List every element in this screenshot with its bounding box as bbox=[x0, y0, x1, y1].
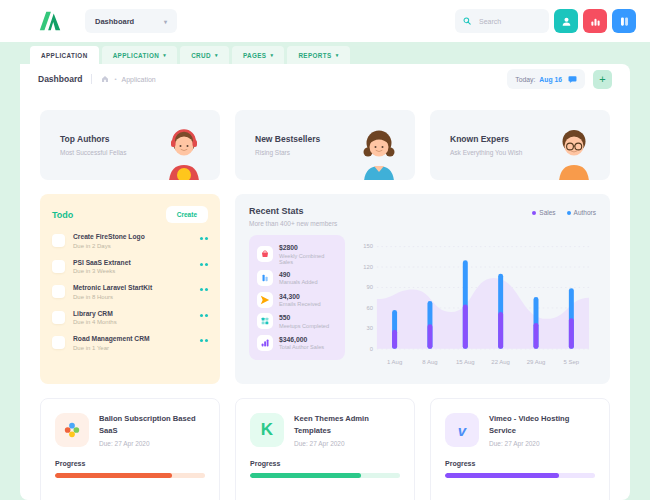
chart-legend: Sales Authors bbox=[532, 209, 596, 216]
svg-text:1 Aug: 1 Aug bbox=[387, 359, 402, 365]
progress-label: Progress bbox=[55, 460, 205, 467]
main-tabs: APPLICATION APPLICATION ▾ CRUD ▾ PAGES ▾… bbox=[30, 46, 630, 64]
tab-crud[interactable]: CRUD ▾ bbox=[180, 46, 229, 64]
user-button[interactable] bbox=[554, 9, 578, 33]
plus-icon: + bbox=[599, 74, 605, 85]
todo-checkbox[interactable] bbox=[52, 285, 65, 298]
svg-text:90: 90 bbox=[367, 284, 373, 290]
item-menu-dots-icon[interactable] bbox=[200, 237, 209, 240]
brand-logo-icon bbox=[37, 8, 63, 34]
progress-track bbox=[445, 473, 595, 478]
tab-application-menu[interactable]: APPLICATION ▾ bbox=[102, 46, 178, 64]
legend-dot-icon bbox=[567, 211, 571, 215]
search-icon bbox=[463, 17, 471, 25]
chat-icon bbox=[568, 75, 577, 84]
todo-checkbox[interactable] bbox=[52, 311, 65, 324]
todo-item-title: Library CRM bbox=[73, 310, 192, 317]
stat-label: Manuals Added bbox=[279, 279, 318, 285]
layout-button[interactable] bbox=[612, 9, 636, 33]
card-top-authors: Top Authors Most Successful Fellas bbox=[40, 110, 220, 180]
stat-label: Total Author Sales bbox=[279, 344, 324, 350]
stat-value: 490 bbox=[279, 271, 318, 278]
item-menu-dots-icon[interactable] bbox=[200, 288, 209, 291]
recent-stats-chart: 03060901201501 Aug8 Aug15 Aug22 Aug29 Au… bbox=[357, 235, 596, 372]
tab-label: REPORTS bbox=[298, 52, 331, 59]
progress-label: Progress bbox=[445, 460, 595, 467]
avatar-boy-red-headphones-icon bbox=[160, 123, 208, 180]
todo-checkbox[interactable] bbox=[52, 336, 65, 349]
legend-label: Sales bbox=[539, 209, 555, 216]
stat-row: 34,300 Emails Received bbox=[257, 292, 337, 308]
home-icon[interactable] bbox=[101, 75, 109, 83]
project-card-vimeo: v Vimeo - Video Hosting Service Due: 27 … bbox=[430, 398, 610, 500]
project-card-keenthemes: K Keen Themes Admin Templates Due: 27 Ap… bbox=[235, 398, 415, 500]
todo-text: Create FireStone Logo Due in 2 Days bbox=[73, 233, 192, 249]
todo-item: Metronic Laravel StartKit Due in 8 Hours bbox=[52, 284, 208, 300]
today-date-button[interactable]: Today: Aug 16 bbox=[507, 69, 585, 89]
todo-item-title: Road Management CRM bbox=[73, 335, 192, 342]
projects-row: Ballon Subscription Based SaaS Due: 27 A… bbox=[40, 398, 610, 500]
todo-item-title: Create FireStone Logo bbox=[73, 233, 192, 240]
recent-stats-header: Recent Stats More than 400+ new members … bbox=[249, 206, 596, 227]
tab-pages[interactable]: PAGES ▾ bbox=[232, 46, 285, 64]
bar-area-chart: 03060901201501 Aug8 Aug15 Aug22 Aug29 Au… bbox=[357, 235, 596, 372]
todo-checkbox[interactable] bbox=[52, 260, 65, 273]
todo-item-due: Due in 4 Months bbox=[73, 319, 192, 325]
project-card-ballon: Ballon Subscription Based SaaS Due: 27 A… bbox=[40, 398, 220, 500]
progress-track bbox=[250, 473, 400, 478]
project-title: Ballon Subscription Based SaaS bbox=[99, 413, 205, 437]
todo-checkbox[interactable] bbox=[52, 234, 65, 247]
divider bbox=[91, 74, 92, 84]
stats-button[interactable] bbox=[583, 9, 607, 33]
item-menu-dots-icon[interactable] bbox=[200, 263, 209, 266]
todo-item-due: Due in 1 Year bbox=[73, 345, 192, 351]
tab-reports[interactable]: REPORTS ▾ bbox=[287, 46, 349, 64]
todo-item: Create FireStone Logo Due in 2 Days bbox=[52, 233, 208, 249]
stats-summary-panel: $2800 Weekly Combined Sales 490 Manuals … bbox=[249, 235, 345, 360]
today-value: Aug 16 bbox=[539, 76, 562, 83]
todo-item-due: Due in 8 Hours bbox=[73, 294, 192, 300]
progress-fill bbox=[55, 473, 172, 478]
chevron-down-icon: ▾ bbox=[336, 52, 339, 58]
todo-text: Road Management CRM Due in 1 Year bbox=[73, 335, 192, 351]
breadcrumb-link-application[interactable]: Application bbox=[122, 76, 156, 83]
keenthemes-logo-icon: K bbox=[250, 413, 284, 447]
item-menu-dots-icon[interactable] bbox=[200, 314, 209, 317]
project-due: Due: 27 Apr 2020 bbox=[99, 440, 205, 447]
dashboard-select[interactable]: Dashboard ▾ bbox=[85, 9, 177, 33]
todo-item: Road Management CRM Due in 1 Year bbox=[52, 335, 208, 351]
bars-icon bbox=[257, 270, 273, 286]
recent-stats-subtitle: More than 400+ new members bbox=[249, 220, 337, 227]
tab-application-active[interactable]: APPLICATION bbox=[30, 46, 99, 64]
legend-sales[interactable]: Sales bbox=[532, 209, 555, 216]
breadcrumb-bullet: • bbox=[114, 76, 116, 82]
add-button[interactable]: + bbox=[593, 70, 612, 89]
svg-text:30: 30 bbox=[367, 325, 373, 331]
project-header: Ballon Subscription Based SaaS Due: 27 A… bbox=[55, 413, 205, 447]
stat-value: $346,000 bbox=[279, 336, 324, 343]
cart-icon bbox=[257, 246, 273, 262]
avatar-girl-blue-top-icon bbox=[355, 123, 403, 180]
breadcrumb: Dashboard • Application Today: Aug 16 + bbox=[20, 64, 630, 94]
create-button[interactable]: Create bbox=[166, 206, 208, 223]
project-header: v Vimeo - Video Hosting Service Due: 27 … bbox=[445, 413, 595, 447]
tab-label: APPLICATION bbox=[41, 52, 88, 59]
item-menu-dots-icon[interactable] bbox=[200, 339, 209, 342]
search-input[interactable] bbox=[477, 17, 541, 26]
svg-text:29 Aug: 29 Aug bbox=[527, 359, 546, 365]
svg-text:0: 0 bbox=[370, 346, 373, 352]
stat-value: 550 bbox=[279, 314, 329, 321]
legend-authors[interactable]: Authors bbox=[567, 209, 596, 216]
stat-value: 34,300 bbox=[279, 293, 321, 300]
todo-item-title: PSI SaaS Extranet bbox=[73, 259, 192, 266]
svg-text:5 Sep: 5 Sep bbox=[564, 359, 580, 365]
svg-text:150: 150 bbox=[363, 244, 373, 250]
vimeo-logo-icon: v bbox=[445, 413, 479, 447]
project-header: K Keen Themes Admin Templates Due: 27 Ap… bbox=[250, 413, 400, 447]
breadcrumb-actions: Today: Aug 16 + bbox=[507, 69, 612, 89]
middle-row: Todo Create Create FireStone Logo Due in… bbox=[40, 194, 610, 384]
stat-label: Weekly Combined Sales bbox=[279, 253, 337, 265]
dashboard-content: Top Authors Most Successful Fellas bbox=[20, 94, 630, 500]
stat-value: $2800 bbox=[279, 244, 337, 251]
svg-text:60: 60 bbox=[367, 305, 373, 311]
